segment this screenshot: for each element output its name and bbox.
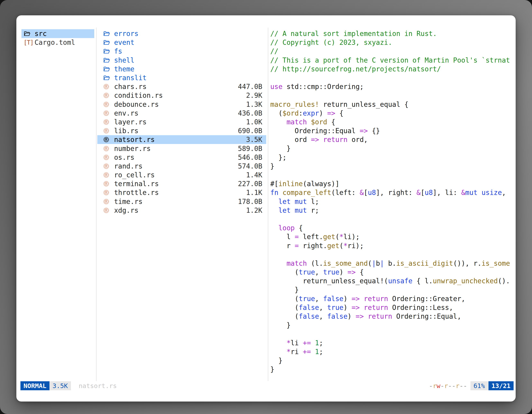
code-line [270, 91, 514, 100]
rust-file-icon: R [103, 198, 109, 205]
svg-text:R: R [105, 129, 107, 133]
svg-text:R: R [105, 147, 107, 151]
code-line: (false, true) => return Ordering::Less, [270, 303, 514, 312]
file-row-terminal-rs[interactable]: Rterminal.rs227.0B [97, 179, 266, 188]
file-size: 574.0B [238, 162, 262, 170]
code-line [270, 250, 514, 259]
rust-file-icon: R [103, 154, 109, 161]
file-row-xdg-rs[interactable]: Rxdg.rs1.2K [97, 206, 266, 215]
file-row-number-rs[interactable]: Rnumber.rs589.0B [97, 144, 266, 153]
folder-row-shell[interactable]: shell [97, 56, 266, 65]
file-name: chars.rs [114, 83, 147, 91]
file-size: 447.0B [238, 83, 262, 91]
rust-file-icon: R [103, 92, 109, 99]
code-line: use std::cmp::Ordering; [270, 82, 514, 91]
file-size: 690.0B [238, 127, 262, 135]
file-row-rand-rs[interactable]: Rrand.rs574.0B [97, 162, 266, 171]
svg-text:R: R [105, 111, 107, 115]
folder-row-theme[interactable]: theme [97, 65, 266, 73]
file-icon-cell: R [103, 145, 114, 152]
code-line: (true, false) => return Ordering::Greate… [270, 294, 514, 303]
file-size: 589.0B [238, 144, 262, 153]
file-size: 3.5K [246, 136, 262, 144]
svg-text:R: R [105, 200, 107, 203]
folder-name: theme [114, 65, 134, 73]
file-name: condition.rs [114, 91, 163, 99]
file-row-condition-rs[interactable]: Rcondition.rs2.9K [97, 91, 266, 100]
rust-file-icon: R [103, 172, 109, 178]
screenshot-stage: src[T]Cargo.toml errorseventfsshelltheme… [0, 0, 532, 414]
rust-file-icon: R [103, 207, 109, 213]
code-line: r = right.get(*ri); [270, 241, 514, 250]
file-name: debounce.rs [114, 100, 159, 108]
svg-text:R: R [105, 103, 107, 106]
code-line: *li += 1; [270, 338, 514, 347]
file-name: env.rs [114, 109, 138, 117]
code-line [270, 329, 514, 338]
file-name: throttle.rs [114, 189, 159, 197]
file-name: layer.rs [114, 118, 147, 126]
code-line: // [270, 47, 514, 56]
parent-item-cargo-toml[interactable]: [T]Cargo.toml [21, 38, 94, 47]
item-label: Cargo.toml [35, 39, 75, 47]
svg-text:R: R [105, 164, 107, 168]
file-name: terminal.rs [114, 180, 159, 188]
file-name: lib.rs [114, 127, 138, 135]
file-row-chars-rs[interactable]: Rchars.rs447.0B [97, 82, 266, 91]
open-folder-icon [24, 30, 31, 37]
file-icon-cell [24, 30, 35, 37]
code-line: match (l.is_some_and(|b| b.is_ascii_digi… [270, 259, 514, 268]
file-row-natsort-rs[interactable]: Rnatsort.rs3.5K [97, 135, 266, 144]
file-icon-cell: R [103, 128, 114, 134]
item-label: src [35, 30, 47, 38]
folder-row-event[interactable]: event [97, 38, 266, 47]
parent-item-src[interactable]: src [21, 29, 94, 38]
file-icon-cell [103, 30, 114, 37]
code-line: (true, true) => { [270, 268, 514, 277]
code-line: loop { [270, 223, 514, 232]
file-row-os-rs[interactable]: Ros.rs546.0B [97, 153, 266, 162]
svg-text:R: R [105, 209, 107, 212]
code-line: } [270, 365, 514, 374]
folder-row-errors[interactable]: errors [97, 29, 266, 38]
svg-text:R: R [105, 156, 107, 159]
folder-name: errors [114, 30, 138, 38]
file-size: 178.0B [238, 198, 262, 206]
code-line: let mut r; [270, 206, 514, 215]
pane-separator-left [96, 28, 96, 381]
rust-file-icon: R [103, 136, 109, 143]
file-icon-cell [103, 66, 114, 73]
file-row-lib-rs[interactable]: Rlib.rs690.0B [97, 126, 266, 135]
code-line: } [270, 356, 514, 365]
code-line: // This is a port of the C version of Ma… [270, 56, 514, 65]
current-pane: errorseventfsshellthemetranslitRchars.rs… [97, 29, 266, 215]
folder-name: event [114, 39, 134, 47]
code-line: macro_rules! return_unless_equal { [270, 100, 514, 109]
code-line: ord => return ord, [270, 135, 514, 144]
file-row-time-rs[interactable]: Rtime.rs178.0B [97, 197, 266, 206]
file-icon-cell: R [103, 163, 114, 169]
file-row-env-rs[interactable]: Renv.rs436.0B [97, 109, 266, 118]
code-line: (false, false) => return Ordering::Equal… [270, 312, 514, 321]
file-size-indicator: 3.5K [49, 381, 71, 390]
file-icon-cell: R [103, 181, 114, 187]
svg-text:R: R [105, 85, 107, 88]
file-row-throttle-rs[interactable]: Rthrottle.rs1.1K [97, 188, 266, 197]
folder-row-translit[interactable]: translit [97, 73, 266, 82]
file-row-debounce-rs[interactable]: Rdebounce.rs1.3K [97, 100, 266, 109]
file-row-layer-rs[interactable]: Rlayer.rs1.0K [97, 118, 266, 126]
svg-text:R: R [105, 94, 107, 97]
code-line: } [270, 285, 514, 294]
file-name: os.rs [114, 154, 134, 161]
file-icon-cell: R [103, 92, 114, 99]
file-row-ro-cell-rs[interactable]: Rro_cell.rs1.4K [97, 171, 266, 179]
file-icon-cell: R [103, 198, 114, 205]
file-size: 227.0B [238, 180, 262, 188]
file-size: 1.0K [246, 118, 262, 126]
open-folder-icon [103, 74, 110, 81]
rust-file-icon: R [103, 128, 109, 134]
folder-row-fs[interactable]: fs [97, 47, 266, 56]
folder-name: shell [114, 56, 134, 64]
code-line: // http://sourcefrog.net/projects/natsor… [270, 65, 514, 73]
rust-file-icon: R [103, 163, 109, 169]
